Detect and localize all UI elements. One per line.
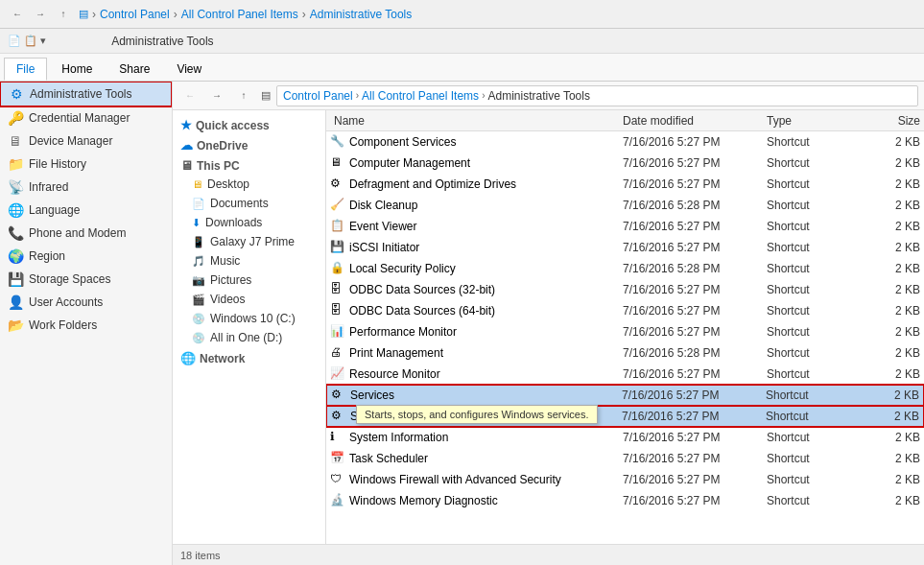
col-header-name[interactable]: Name — [330, 114, 623, 128]
sidebar-item-credential-manager[interactable]: 🔑 Credential Manager — [0, 106, 172, 129]
phone-modem-icon: 📞 — [8, 225, 23, 241]
main-layout: ⚙ Administrative Tools 🔑 Credential Mana… — [0, 82, 924, 565]
file-row[interactable]: 🔬Windows Memory Diagnostic 7/16/2016 5:2… — [326, 490, 924, 511]
file-row[interactable]: 🔧Component Services 7/16/2016 5:27 PM Sh… — [326, 131, 924, 153]
file-row[interactable]: 🛡Windows Firewall with Advanced Security… — [326, 469, 924, 490]
nav-desktop[interactable]: 🖥 Desktop — [173, 175, 325, 194]
addr-crumb-allitems[interactable]: All Control Panel Items — [362, 89, 479, 103]
file-icon: 🔬 — [330, 493, 345, 508]
status-count: 18 items — [180, 550, 221, 561]
sidebar-item-file-history[interactable]: 📁 File History — [0, 153, 172, 176]
sidebar-label-region: Region — [29, 249, 65, 263]
file-type: Shortcut — [766, 388, 862, 402]
file-row[interactable]: 📈Resource Monitor 7/16/2016 5:27 PM Shor… — [326, 364, 924, 385]
file-row[interactable]: 🖥Computer Management 7/16/2016 5:27 PM S… — [326, 153, 924, 174]
file-icon: ⚙ — [331, 409, 346, 424]
sidebar-item-phone-modem[interactable]: 📞 Phone and Modem — [0, 222, 172, 245]
title-back-button[interactable]: ← — [8, 5, 27, 24]
tab-home[interactable]: Home — [49, 58, 105, 81]
nav-pictures[interactable]: 📷 Pictures — [173, 271, 325, 290]
file-row[interactable]: 🗄ODBC Data Sources (64-bit) 7/16/2016 5:… — [326, 300, 924, 321]
title-crumb-allitems[interactable]: All Control Panel Items — [181, 8, 298, 21]
file-row[interactable]: 🗄ODBC Data Sources (32-bit) 7/16/2016 5:… — [326, 279, 924, 300]
services-tooltip: Starts, stops, and configures Windows se… — [356, 405, 598, 424]
file-area: ★ Quick access ☁ OneDrive 🖥 This PC 🖥 De… — [173, 110, 924, 544]
file-date: 7/16/2016 5:27 PM — [623, 283, 767, 296]
file-name-label: Event Viewer — [349, 220, 416, 233]
col-header-type[interactable]: Type — [767, 114, 863, 128]
nav-windows-c[interactable]: 💿 Windows 10 (C:) — [173, 309, 325, 328]
nav-allinone-d[interactable]: 💿 All in One (D:) — [173, 328, 325, 347]
tab-share[interactable]: Share — [107, 58, 162, 81]
nav-desktop-label: Desktop — [207, 177, 249, 191]
storage-spaces-icon: 💾 — [8, 271, 23, 287]
sidebar-item-work-folders[interactable]: 📂 Work Folders — [0, 314, 172, 337]
file-row[interactable]: 🧹Disk Cleanup 7/16/2016 5:28 PM Shortcut… — [326, 195, 924, 216]
file-size: 2 KB — [862, 388, 919, 402]
sidebar-item-language[interactable]: 🌐 Language — [0, 199, 172, 222]
file-row[interactable]: 🔒Local Security Policy 7/16/2016 5:28 PM… — [326, 258, 924, 279]
ribbon-title-text: Administrative Tools — [111, 35, 214, 48]
nav-quick-access[interactable]: ★ Quick access — [173, 114, 325, 134]
title-crumb-controlpanel[interactable]: Control Panel — [100, 8, 170, 21]
file-size: 2 KB — [863, 494, 920, 507]
file-row[interactable]: ℹSystem Information 7/16/2016 5:27 PM Sh… — [326, 427, 924, 448]
nav-downloads[interactable]: ⬇ Downloads — [173, 213, 325, 232]
nav-music[interactable]: 🎵 Music — [173, 251, 325, 271]
sidebar-item-region[interactable]: 🌍 Region — [0, 245, 172, 268]
nav-videos[interactable]: 🎬 Videos — [173, 290, 325, 309]
file-date: 7/16/2016 5:27 PM — [623, 452, 767, 465]
sidebar-item-infrared[interactable]: 📡 Infrared — [0, 176, 172, 199]
sidebar-item-device-manager[interactable]: 🖥 Device Manager — [0, 129, 172, 153]
tab-file[interactable]: File — [4, 58, 47, 81]
file-row[interactable]: 📅Task Scheduler 7/16/2016 5:27 PM Shortc… — [326, 448, 924, 469]
nav-this-pc[interactable]: 🖥 This PC — [173, 154, 325, 175]
file-size: 2 KB — [863, 241, 920, 254]
nav-pictures-label: Pictures — [210, 273, 251, 287]
music-icon: 🎵 — [192, 255, 205, 268]
file-type: Shortcut — [767, 262, 863, 275]
title-up-button[interactable]: ↑ — [54, 5, 73, 24]
sidebar-label-device-manager: Device Manager — [29, 134, 112, 148]
file-row[interactable]: 📋Event Viewer 7/16/2016 5:27 PM Shortcut… — [326, 216, 924, 237]
addr-up-button[interactable]: ↑ — [232, 85, 255, 106]
addr-breadcrumb[interactable]: Control Panel › All Control Panel Items … — [276, 85, 918, 106]
file-type: Shortcut — [767, 304, 863, 318]
file-size: 2 KB — [863, 262, 920, 275]
file-row[interactable]: 📊Performance Monitor 7/16/2016 5:27 PM S… — [326, 321, 924, 342]
allinone-d-icon: 💿 — [192, 332, 205, 344]
file-name-label: Computer Management — [349, 156, 470, 170]
file-row[interactable]: 🖨Print Management 7/16/2016 5:28 PM Shor… — [326, 342, 924, 364]
file-icon: 🗄 — [330, 282, 345, 297]
addr-back-button[interactable]: ← — [178, 85, 201, 106]
file-type: Shortcut — [767, 325, 863, 339]
file-date: 7/16/2016 5:27 PM — [622, 388, 766, 402]
nav-onedrive[interactable]: ☁ OneDrive — [173, 134, 325, 154]
sidebar-label-language: Language — [29, 203, 80, 217]
nav-galaxy[interactable]: 📱 Galaxy J7 Prime — [173, 232, 325, 251]
addr-crumb-controlpanel[interactable]: Control Panel — [283, 89, 353, 103]
sidebar-item-storage-spaces[interactable]: 💾 Storage Spaces — [0, 268, 172, 291]
tab-view[interactable]: View — [164, 58, 214, 81]
device-manager-icon: 🖥 — [8, 133, 23, 149]
file-date: 7/16/2016 5:27 PM — [623, 156, 767, 170]
file-row[interactable]: 💾iSCSI Initiator 7/16/2016 5:27 PM Short… — [326, 237, 924, 258]
file-type: Shortcut — [767, 367, 863, 381]
nav-documents[interactable]: 📄 Documents — [173, 194, 325, 213]
file-history-icon: 📁 — [8, 156, 23, 172]
file-icon: ⚙ — [330, 177, 345, 192]
file-row-services[interactable]: ⚙Services 7/16/2016 5:27 PM Shortcut 2 K… — [326, 385, 924, 406]
file-row[interactable]: ⚙Defragment and Optimize Drives 7/16/201… — [326, 174, 924, 195]
col-header-date[interactable]: Date modified — [623, 114, 767, 128]
nav-network[interactable]: 🌐 Network — [173, 347, 325, 367]
title-forward-button[interactable]: → — [31, 5, 50, 24]
addr-forward-button[interactable]: → — [205, 85, 228, 106]
ribbon-title-bar: 📄 📋 ▾ Administrative Tools — [0, 29, 924, 54]
col-header-size[interactable]: Size — [863, 114, 920, 128]
sidebar-item-user-accounts[interactable]: 👤 User Accounts — [0, 291, 172, 314]
file-type: Shortcut — [767, 177, 863, 191]
file-icon: 🔧 — [330, 134, 345, 150]
sidebar-item-admin-tools[interactable]: ⚙ Administrative Tools — [0, 82, 172, 106]
sidebar-label-infrared: Infrared — [29, 180, 68, 194]
file-icon: 📅 — [330, 451, 345, 466]
